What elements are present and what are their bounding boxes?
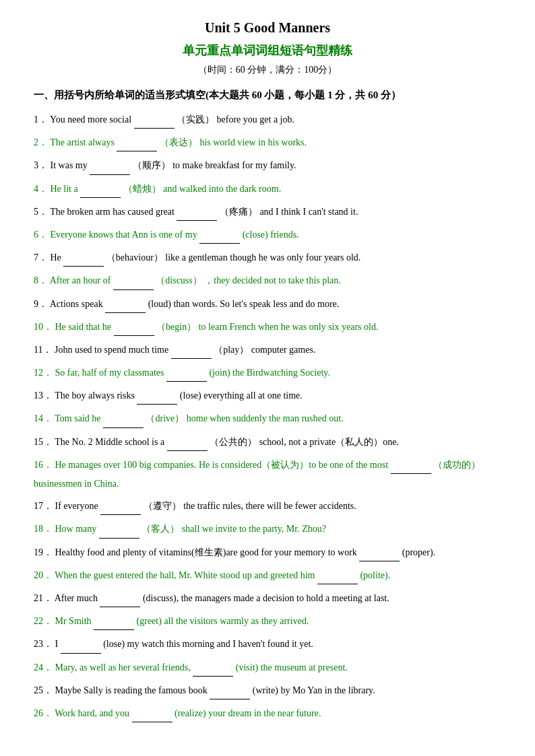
q-blank	[317, 567, 358, 584]
q-num: 26．	[34, 708, 53, 718]
question-item: 19． Healthy food and plenty of vitamins(…	[34, 544, 501, 561]
q-hint: (proper).	[402, 547, 435, 557]
q-text: Work hard, and you	[55, 708, 131, 718]
q-rest: my watch this morning and I haven't foun…	[127, 639, 313, 649]
question-item: 14． Tom said he （drive） home when sudden…	[34, 410, 501, 427]
q-text: Tom said he	[55, 413, 103, 423]
q-num: 15．	[34, 437, 53, 447]
q-text: The boy always risks	[55, 390, 137, 401]
question-item: 16． He manages over 100 big companies. H…	[34, 456, 501, 474]
q-hint: (loud)	[148, 299, 171, 309]
q-num: 23．	[34, 639, 53, 649]
q-rest: friends.	[270, 230, 298, 240]
q-num: 8．	[34, 275, 48, 285]
q-hint: （begin）	[156, 322, 196, 332]
question-item: 12． So far, half of my classmates (join)…	[34, 364, 501, 382]
question-item: 8． After an hour of （discuss） ，they deci…	[34, 272, 501, 289]
q-rest: school, not a private（私人的）one.	[259, 437, 399, 447]
q-hint: （drive）	[146, 413, 184, 423]
q-rest: computer games.	[251, 345, 316, 355]
q-hint: (polite).	[360, 570, 390, 580]
q-num: 22．	[34, 616, 53, 626]
q-blank	[61, 635, 101, 653]
q-num: 21．	[34, 593, 53, 603]
q-blank	[167, 434, 208, 451]
q-text: It was my	[51, 160, 90, 170]
q-rest: than words. So let's speak less and do m…	[173, 299, 339, 309]
q-text: You need more social	[50, 114, 134, 125]
question-item: businessmen in China.	[34, 475, 501, 492]
question-item: 22． Mr Smith (greet) all the visitors wa…	[34, 613, 501, 630]
q-rest: his world view in his works.	[199, 137, 307, 147]
q-hint: （成功的）	[433, 460, 480, 470]
q-num: 13．	[34, 390, 53, 401]
q-hint: （遵守）	[144, 501, 181, 511]
q-rest: everything all at one time.	[203, 390, 303, 401]
q-rest: shall we invite to the party, Mr. Zhou?	[182, 524, 326, 534]
question-item: 23． I (lose) my watch this morning and I…	[34, 635, 501, 653]
q-blank	[100, 590, 140, 607]
q-num: 17．	[34, 501, 53, 511]
q-hint: （疼痛）	[220, 207, 257, 217]
question-item: 9． Actions speak (loud) than words. So l…	[34, 296, 501, 313]
q-blank	[210, 682, 250, 699]
q-num: 1．	[34, 114, 48, 125]
q-blank	[100, 497, 141, 515]
q-num: 3．	[34, 160, 48, 170]
q-rest: to learn French when he was only six yea…	[199, 322, 379, 332]
q-blank	[94, 613, 134, 630]
q-hint: （顺序）	[133, 160, 170, 170]
q-text: When the guest entered the hall, Mr. Whi…	[55, 570, 317, 580]
question-item: 20． When the guest entered the hall, Mr.…	[34, 567, 501, 584]
question-item: 24． Mary, as well as her several friends…	[34, 659, 501, 677]
q-blank	[105, 296, 146, 313]
question-item: 4． He lit a （蜡烛） and walked into the dar…	[34, 180, 501, 198]
question-item: 3． It was my （顺序） to make breakfast for …	[34, 157, 501, 174]
q-blank	[113, 272, 154, 289]
q-blank	[137, 387, 177, 405]
question-item: 15． The No. 2 Middle school is a （公共的） s…	[34, 434, 501, 451]
q-rest: before you get a job.	[217, 114, 294, 125]
question-item: 5． The broken arm has caused great （疼痛） …	[34, 203, 501, 221]
q-rest: the traffic rules, there will be fewer a…	[183, 501, 356, 511]
q-num: 20．	[34, 570, 53, 580]
q-hint: (write)	[253, 685, 278, 695]
q-rest: and walked into the dark room.	[163, 184, 281, 194]
q-text: Maybe Sally is reading the famous book	[55, 685, 210, 695]
q-blank	[199, 226, 240, 244]
q-rest: your dream in the near future.	[208, 708, 321, 718]
q-blank	[193, 659, 233, 677]
question-item: 6． Everyone knows that Ann is one of my …	[34, 226, 501, 244]
q-text: After much	[55, 593, 100, 603]
q-num: 5．	[34, 207, 48, 217]
q-text: Mr Smith	[55, 616, 94, 626]
q-hint: （公共的）	[210, 437, 257, 447]
q-rest: to make breakfast for my family.	[172, 160, 296, 170]
q-blank	[359, 544, 400, 561]
q-text: The No. 2 Middle school is a	[55, 437, 166, 447]
q-blank	[171, 341, 212, 359]
q-hint: (greet)	[137, 616, 162, 626]
q-blank	[117, 134, 157, 151]
q-blank	[99, 520, 139, 538]
q-blank	[166, 364, 207, 382]
q-hint: （蜡烛）	[123, 184, 161, 194]
q-hint: (lose)	[180, 390, 201, 401]
q-hint: （play）	[214, 345, 249, 355]
q-text: So far, half of my classmates	[55, 368, 166, 378]
q-text: I	[55, 639, 61, 649]
q-blank	[177, 203, 217, 221]
q-blank	[134, 111, 175, 129]
q-num: 25．	[34, 685, 53, 695]
q-num: 11．	[34, 345, 52, 355]
q-blank	[63, 249, 104, 267]
subtitle: 单元重点单词词组短语句型精练	[34, 42, 501, 59]
q-hint: (realize)	[175, 708, 206, 718]
page-title: Unit 5 Good Manners	[34, 20, 501, 36]
q-text: Actions speak	[50, 299, 105, 309]
q-rest: all the visitors warmly as they arrived.	[164, 616, 309, 626]
question-item: 17． If everyone （遵守） the traffic rules, …	[34, 497, 501, 515]
question-item: 11． John used to spend much time （play） …	[34, 341, 501, 359]
q-text: Mary, as well as her several friends,	[55, 662, 193, 673]
q-blank	[391, 456, 431, 474]
